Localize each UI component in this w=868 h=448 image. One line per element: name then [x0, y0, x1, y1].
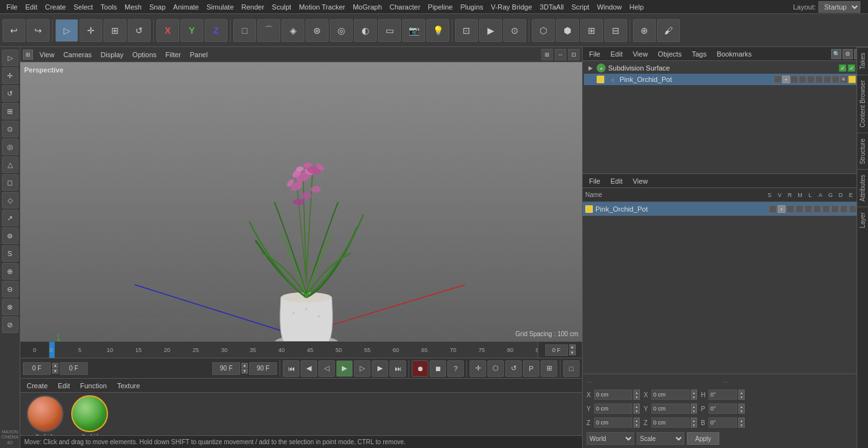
light-button[interactable]: 💡 [426, 19, 449, 42]
wire-button[interactable]: ⬢ [556, 19, 579, 42]
attr-icon-1[interactable] [769, 205, 776, 213]
obj-menu-view[interactable]: View [630, 49, 651, 59]
coord-z-pos-input[interactable] [594, 417, 632, 428]
pb-go-start-button[interactable]: ⏮ [283, 360, 299, 377]
menu-plugins[interactable]: Plugins [456, 2, 487, 12]
redo-button[interactable]: ↪ [27, 19, 50, 42]
obj-menu-edit[interactable]: Edit [608, 49, 625, 59]
coord-world-select[interactable]: World [587, 432, 634, 445]
menu-file[interactable]: File [3, 2, 22, 12]
menu-3dtall[interactable]: 3DTaAll [536, 2, 567, 12]
viewport-ctrl-btn-1[interactable]: ⊞ [541, 49, 553, 60]
view-grid-button[interactable]: ⊞ [580, 19, 603, 42]
pb-end-down[interactable]: ▼ [241, 369, 248, 374]
obj-check-green[interactable]: ✓ [839, 64, 846, 72]
sidebar-btn-4[interactable]: ⊞ [2, 103, 18, 119]
obj-ctrl-5[interactable] [807, 76, 815, 83]
viewport[interactable]: X Y Z [20, 62, 582, 341]
menu-pipeline[interactable]: Pipeline [424, 2, 456, 12]
material-swatch-1[interactable] [27, 395, 64, 432]
material-item-1[interactable]: Orchid_ [24, 395, 66, 440]
obj-ctrl-s[interactable] [774, 76, 782, 83]
object-row-subdivision[interactable]: ▶ ● Subdivision Surface ✓ ✓ 🔒 [584, 62, 867, 74]
coord-y-pos-input[interactable] [594, 404, 632, 414]
coord-scale-select[interactable]: Scale [637, 432, 684, 445]
timeline-frame-input[interactable] [545, 344, 568, 356]
obj-ctrl-3[interactable] [790, 76, 798, 83]
materials-menu-function[interactable]: Function [78, 381, 109, 391]
coord-z-size-input[interactable] [651, 417, 689, 428]
viewport-menu-panel[interactable]: Panel [187, 50, 210, 60]
menu-sculpt[interactable]: Sculpt [268, 2, 295, 12]
menu-help[interactable]: Help [626, 2, 648, 12]
menu-character[interactable]: Character [386, 2, 424, 12]
material-item-2[interactable]: Orchid [69, 395, 111, 440]
menu-vray[interactable]: V-Ray Bridge [487, 2, 536, 12]
sidebar-btn-9[interactable]: ◇ [2, 192, 18, 208]
playback-frame-start[interactable] [23, 362, 51, 375]
pb-record-button[interactable]: ⏺ [412, 360, 428, 377]
tab-takes[interactable]: Takes [857, 47, 868, 74]
pb-psr-btn[interactable]: P [523, 360, 539, 377]
attr-object-row[interactable]: Pink_Orchid_Pot ● [583, 202, 868, 216]
pb-prev-step-button[interactable]: ◁ [318, 360, 335, 377]
attr-icon-5[interactable] [804, 205, 812, 213]
attr-icon-6[interactable] [813, 205, 821, 213]
cube-button[interactable]: □ [233, 19, 256, 42]
attr-icon-4[interactable] [796, 205, 803, 213]
coord-x-size-arrow[interactable]: ▲▼ [691, 390, 697, 400]
shading-button[interactable]: ⬡ [532, 19, 555, 42]
materials-menu-create[interactable]: Create [24, 381, 50, 391]
attr-menu-view[interactable]: View [630, 176, 651, 186]
rotate-button[interactable]: ↺ [128, 19, 151, 42]
sidebar-btn-6[interactable]: ◎ [2, 139, 18, 155]
attr-icon-10[interactable] [849, 205, 857, 213]
spline-button[interactable]: ⌒ [257, 19, 280, 42]
tab-structure[interactable]: Structure [857, 133, 868, 170]
obj-menu-file[interactable]: File [587, 49, 603, 59]
attr-menu-file[interactable]: File [587, 176, 603, 186]
tl-arrow-up[interactable]: ▲ [569, 344, 576, 350]
sidebar-btn-5[interactable]: ⊙ [2, 121, 18, 137]
viewport-ctrl-btn-2[interactable]: ↔ [555, 49, 566, 60]
coord-p-input[interactable] [709, 404, 737, 414]
pb-stop-button[interactable]: ⏹ [430, 360, 446, 377]
obj-ctrl-6[interactable] [815, 76, 823, 83]
pb-help-button[interactable]: ? [447, 360, 464, 377]
camera-button[interactable]: 📷 [402, 19, 425, 42]
timeline-ruler[interactable]: 0 0 5 10 15 20 25 30 35 40 45 50 55 60 [20, 341, 582, 358]
select-button[interactable]: ▷ [55, 19, 78, 42]
coord-x-pos-arrow[interactable]: ▲▼ [634, 390, 640, 400]
coord-h-input[interactable] [709, 390, 737, 400]
obj-menu-objects[interactable]: Objects [655, 49, 684, 59]
sidebar-btn-12[interactable]: S [2, 245, 18, 262]
floor-button[interactable]: ▭ [378, 19, 401, 42]
pb-end-up[interactable]: ▲ [241, 363, 248, 368]
multiview-button[interactable]: ⊟ [604, 19, 627, 42]
render-view-button[interactable]: ▶ [479, 19, 502, 42]
viewport-ctrl-btn-3[interactable]: ⊡ [568, 49, 580, 60]
attr-icon-9[interactable] [840, 205, 848, 213]
pb-view-btn[interactable]: □ [563, 360, 580, 377]
menu-window[interactable]: Window [593, 2, 625, 12]
tab-layer[interactable]: Layer [857, 207, 868, 233]
sidebar-btn-2[interactable]: ✛ [2, 67, 18, 84]
nurbs-button[interactable]: ◈ [281, 19, 304, 42]
obj-ctrl-link[interactable]: ⛓ [840, 76, 848, 83]
menu-mesh[interactable]: Mesh [121, 2, 146, 12]
x-axis-button[interactable]: X [156, 19, 179, 42]
sidebar-btn-14[interactable]: ⊖ [2, 281, 18, 297]
pb-next-frame-button[interactable]: ▶ [372, 360, 388, 377]
sidebar-btn-15[interactable]: ⊗ [2, 299, 18, 315]
scale-button[interactable]: ⊞ [104, 19, 126, 42]
pb-prev-frame-button[interactable]: ◀ [301, 360, 317, 377]
render-region-button[interactable]: ⊡ [455, 19, 478, 42]
attr-icon-8[interactable] [831, 205, 839, 213]
obj-ctrl-8[interactable] [832, 76, 839, 83]
menu-create[interactable]: Create [41, 2, 70, 12]
tl-arrow-down[interactable]: ▼ [569, 350, 576, 355]
pb-anim-btn[interactable]: ↺ [505, 360, 522, 377]
attr-menu-edit[interactable]: Edit [608, 176, 625, 186]
layout-select[interactable]: Startup [818, 1, 860, 13]
attr-icon-7[interactable] [822, 205, 830, 213]
